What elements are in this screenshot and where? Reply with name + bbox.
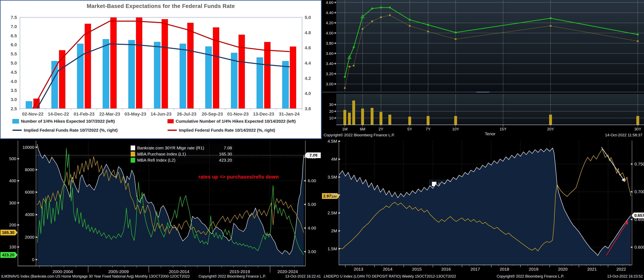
svg-text:4.2: 4.2 bbox=[305, 76, 311, 81]
svg-text:0.6000: 0.6000 bbox=[634, 245, 644, 249]
svg-text:2Y: 2Y bbox=[378, 127, 384, 131]
svg-text:500: 500 bbox=[9, 156, 16, 161]
svg-text:20: 20 bbox=[329, 109, 334, 114]
svg-text:2016: 2016 bbox=[441, 267, 451, 271]
svg-text:5.5: 5.5 bbox=[10, 51, 17, 57]
svg-text:0.7500: 0.7500 bbox=[634, 162, 644, 166]
svg-text:30Y: 30Y bbox=[634, 127, 641, 131]
svg-text:100: 100 bbox=[9, 244, 16, 249]
svg-text:2019: 2019 bbox=[529, 267, 538, 271]
loan-deposit-panel: Loan to Depost Ratio (R1) 0.6573 US Bank… bbox=[322, 139, 644, 280]
svg-text:6M: 6M bbox=[360, 127, 365, 131]
svg-text:3.00: 3.00 bbox=[326, 82, 334, 86]
svg-text:2000-2004: 2000-2004 bbox=[52, 269, 73, 274]
svg-text:4.40: 4.40 bbox=[326, 11, 334, 15]
treasury-curve-panel: ● I25 US Treasury Actives Curve Last Mid… bbox=[322, 0, 644, 139]
fed-expectations-panel: Market-Based Expectations for the Federa… bbox=[0, 0, 322, 139]
svg-text:2.5: 2.5 bbox=[10, 106, 17, 111]
svg-text:2020-2024: 2020-2024 bbox=[278, 269, 298, 274]
svg-text:01-Nov-23: 01-Nov-23 bbox=[227, 111, 248, 117]
mortgage-panel: Bankrate.com 30YR Mtge rate (R1) 7.08 MB… bbox=[0, 139, 322, 280]
fed-chart: 2.53.03.54.04.55.05.56.06.57.07.53.84.04… bbox=[0, 1, 322, 139]
svg-text:3.0: 3.0 bbox=[10, 97, 17, 102]
svg-text:03-May-23: 03-May-23 bbox=[124, 111, 146, 117]
svg-text:0.6500: 0.6500 bbox=[634, 217, 644, 222]
svg-text:3.80: 3.80 bbox=[326, 41, 334, 46]
svg-text:1.5M: 1.5M bbox=[328, 246, 337, 251]
svg-text:5.0: 5.0 bbox=[305, 15, 311, 20]
svg-text:8000: 8000 bbox=[25, 167, 34, 172]
svg-text:4.4: 4.4 bbox=[305, 61, 311, 66]
svg-text:10: 10 bbox=[329, 116, 334, 120]
svg-text:2014: 2014 bbox=[383, 267, 392, 271]
svg-text:10000: 10000 bbox=[22, 145, 34, 150]
svg-text:Tenor: Tenor bbox=[485, 131, 496, 136]
svg-text:4.6: 4.6 bbox=[305, 45, 311, 50]
svg-text:3.20: 3.20 bbox=[326, 72, 334, 76]
svg-text:20-Sep-23: 20-Sep-23 bbox=[202, 111, 223, 117]
svg-text:7.00: 7.00 bbox=[308, 155, 316, 159]
svg-text:2020: 2020 bbox=[558, 267, 568, 271]
svg-text:4.00: 4.00 bbox=[326, 31, 334, 35]
svg-text:4000: 4000 bbox=[25, 212, 34, 217]
svg-text:2021: 2021 bbox=[587, 267, 597, 271]
svg-text:2017: 2017 bbox=[470, 267, 480, 271]
svg-text:0.7000: 0.7000 bbox=[634, 189, 644, 194]
svg-text:4.8: 4.8 bbox=[305, 30, 311, 35]
svg-text:4.60: 4.60 bbox=[326, 1, 334, 5]
svg-text:3.5M: 3.5M bbox=[328, 175, 337, 179]
svg-text:4.0: 4.0 bbox=[305, 91, 311, 96]
svg-text:4.5M: 4.5M bbox=[328, 139, 337, 143]
svg-text:3.00: 3.00 bbox=[308, 249, 316, 254]
svg-text:14-Dec-22: 14-Dec-22 bbox=[48, 111, 69, 117]
svg-text:7Y: 7Y bbox=[426, 127, 431, 131]
svg-text:2015-2019: 2015-2019 bbox=[230, 269, 250, 274]
svg-text:2015: 2015 bbox=[412, 267, 422, 271]
svg-text:31-Jan-24: 31-Jan-24 bbox=[279, 111, 300, 117]
treasury-curve-chart: 4.604.404.204.003.803.603.403.203.001020… bbox=[322, 0, 644, 139]
svg-text:6.0: 6.0 bbox=[10, 42, 17, 47]
mortgage-chart: 50040030020010010000800060004000200007.0… bbox=[0, 139, 322, 280]
svg-text:2000: 2000 bbox=[25, 235, 34, 239]
svg-text:2013: 2013 bbox=[354, 267, 363, 271]
svg-text:0: 0 bbox=[32, 257, 34, 262]
loan-series-layer bbox=[339, 148, 631, 265]
svg-text:4.00: 4.00 bbox=[308, 226, 316, 230]
mortgage-series-layer bbox=[37, 144, 304, 266]
svg-text:2018: 2018 bbox=[500, 267, 509, 271]
svg-text:01-Feb-23: 01-Feb-23 bbox=[74, 111, 95, 117]
svg-text:13-Dec-23: 13-Dec-23 bbox=[253, 111, 274, 117]
svg-text:30: 30 bbox=[329, 103, 334, 107]
svg-text:2.5M: 2.5M bbox=[328, 210, 337, 215]
svg-text:26-Jul-23: 26-Jul-23 bbox=[177, 111, 196, 117]
svg-text:3.60: 3.60 bbox=[326, 51, 334, 56]
svg-text:3.5: 3.5 bbox=[10, 88, 17, 93]
svg-text:6.5: 6.5 bbox=[10, 33, 17, 38]
svg-text:2022: 2022 bbox=[616, 267, 626, 271]
svg-text:22-Mar-23: 22-Mar-23 bbox=[99, 111, 120, 117]
svg-text:6000: 6000 bbox=[25, 190, 34, 194]
loan-deposit-chart: 4.5M4M3.5M3M2.5M2M1.5M0.75000.70000.6500… bbox=[322, 139, 644, 280]
svg-text:3.40: 3.40 bbox=[326, 62, 334, 66]
svg-text:02-Nov-22: 02-Nov-22 bbox=[22, 111, 43, 117]
svg-text:10Y: 10Y bbox=[452, 127, 459, 131]
svg-text:5.00: 5.00 bbox=[308, 202, 316, 207]
svg-text:4.5: 4.5 bbox=[10, 70, 17, 75]
svg-text:1M: 1M bbox=[342, 127, 348, 131]
svg-text:14-Jun-23: 14-Jun-23 bbox=[150, 111, 172, 117]
svg-text:7.0: 7.0 bbox=[10, 24, 17, 29]
svg-text:4.0: 4.0 bbox=[10, 79, 17, 84]
svg-text:2M: 2M bbox=[331, 228, 337, 233]
svg-text:7.5: 7.5 bbox=[10, 15, 17, 20]
svg-text:5.0: 5.0 bbox=[10, 61, 17, 66]
svg-text:2010-2014: 2010-2014 bbox=[169, 269, 190, 274]
svg-text:400: 400 bbox=[9, 178, 16, 183]
svg-text:5Y: 5Y bbox=[407, 127, 412, 131]
svg-text:4M: 4M bbox=[331, 157, 337, 161]
svg-text:200: 200 bbox=[9, 222, 16, 227]
svg-text:2005-2009: 2005-2009 bbox=[108, 269, 129, 274]
svg-text:15Y: 15Y bbox=[500, 127, 506, 131]
svg-text:4.20: 4.20 bbox=[326, 21, 334, 25]
svg-text:6.00: 6.00 bbox=[308, 178, 316, 183]
svg-text:20Y: 20Y bbox=[547, 127, 554, 131]
